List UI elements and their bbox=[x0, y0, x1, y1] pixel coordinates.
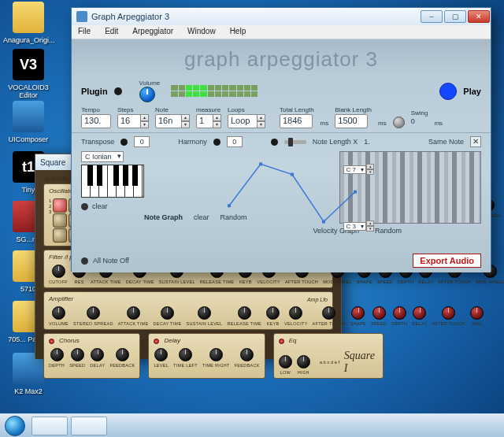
desktop-icon-vocaloid[interactable]: V3VOCALOID3 Editor bbox=[3, 49, 54, 99]
knob[interactable]: DELAY bbox=[412, 306, 427, 326]
ms-unit: ms bbox=[378, 120, 387, 128]
swing-value: 0 bbox=[411, 117, 428, 125]
knob[interactable]: HIGH bbox=[297, 355, 310, 375]
menu-file[interactable]: File bbox=[72, 25, 97, 39]
volume-label: Volume bbox=[139, 80, 161, 87]
chorus-panel: Chorus DEPTHSPEEDDELAYFEEDBACK bbox=[43, 333, 140, 379]
volume-knob[interactable] bbox=[139, 87, 155, 102]
graph-arpeggiator-window: Graph Arpeggiator 3 – ▢ ✕ File Edit Arpe… bbox=[71, 7, 491, 272]
maximize-button[interactable]: ▢ bbox=[444, 10, 466, 23]
knob[interactable]: SPEED bbox=[69, 348, 85, 368]
knob[interactable]: SPEED bbox=[371, 306, 387, 326]
lower-note-select[interactable]: C 3 bbox=[343, 222, 366, 231]
all-note-off-icon[interactable] bbox=[81, 257, 88, 265]
knob[interactable]: VELOCITY bbox=[284, 306, 308, 326]
note-length-slider[interactable] bbox=[284, 140, 306, 144]
svg-rect-3 bbox=[322, 220, 325, 223]
taskbar-item[interactable] bbox=[32, 417, 68, 435]
knob[interactable]: TIME LEFT bbox=[173, 348, 198, 368]
transpose-value[interactable]: 0 bbox=[134, 136, 150, 147]
scale-select[interactable]: C Ionian bbox=[81, 151, 124, 162]
knob[interactable]: KEYB bbox=[266, 306, 280, 326]
knob[interactable]: DEPTH bbox=[391, 306, 407, 326]
taskbar bbox=[0, 413, 504, 437]
knob[interactable]: DEPTH bbox=[49, 348, 65, 368]
plugin-indicator-icon[interactable] bbox=[114, 87, 122, 95]
knob[interactable]: AFTER TOUCH bbox=[432, 306, 465, 326]
same-note-close-button[interactable]: ✕ bbox=[470, 136, 481, 147]
swing-knob[interactable] bbox=[393, 117, 405, 128]
all-note-off-label[interactable]: All Note Off bbox=[93, 257, 129, 265]
clear-label[interactable]: clear bbox=[92, 202, 108, 210]
knob[interactable]: LEVEL bbox=[154, 348, 169, 368]
chorus-led-icon[interactable] bbox=[49, 339, 54, 344]
upper-note-stepper[interactable]: ▴▾ bbox=[366, 164, 374, 175]
note-select[interactable]: 16n bbox=[155, 114, 182, 128]
eq-panel: Eq LOWHIGH abcdef Square I bbox=[273, 333, 384, 379]
knob[interactable]: STEREO SPREAD bbox=[73, 306, 113, 326]
blank-length-label: Blank Length bbox=[335, 106, 372, 113]
svg-rect-4 bbox=[354, 191, 357, 194]
knob[interactable]: LOW bbox=[279, 355, 292, 375]
blank-length-input[interactable]: 1500 bbox=[335, 114, 368, 128]
lower-note-stepper[interactable]: ▴▾ bbox=[366, 220, 374, 231]
knob[interactable]: VOLUME bbox=[49, 306, 69, 326]
piano-keyboard[interactable] bbox=[81, 165, 144, 198]
knob[interactable]: DECAY TIME bbox=[153, 306, 181, 326]
menu-window[interactable]: Window bbox=[181, 25, 222, 39]
steps-stepper[interactable]: ▴▾ bbox=[140, 114, 149, 128]
play-button[interactable] bbox=[439, 83, 457, 100]
harmony-toggle-icon[interactable] bbox=[213, 139, 220, 146]
eq-led-icon[interactable] bbox=[279, 339, 284, 344]
chorus-label: Chorus bbox=[59, 337, 80, 344]
osc-slot[interactable] bbox=[53, 198, 67, 213]
app-icon bbox=[76, 11, 87, 22]
upper-note-select[interactable]: C 7 bbox=[343, 165, 366, 174]
knob[interactable]: PAN bbox=[470, 306, 484, 326]
harmony-value[interactable]: 0 bbox=[227, 136, 243, 147]
tempo-input[interactable]: 130. bbox=[81, 114, 111, 128]
velocity-random-button[interactable]: Random bbox=[375, 227, 402, 235]
knob[interactable]: TIME RIGHT bbox=[202, 348, 230, 368]
level-meter-r bbox=[171, 91, 258, 97]
knob[interactable]: FEEDBACK bbox=[235, 348, 260, 368]
note-length-toggle-icon[interactable] bbox=[271, 139, 278, 146]
note-stepper[interactable]: ▴▾ bbox=[181, 114, 190, 128]
loops-stepper[interactable]: ▴▾ bbox=[257, 114, 265, 128]
play-label: Play bbox=[463, 87, 481, 96]
svg-rect-2 bbox=[291, 173, 294, 176]
knob[interactable]: SHAPE bbox=[350, 306, 366, 326]
taskbar-item[interactable] bbox=[71, 417, 107, 435]
measure-input[interactable]: 1 bbox=[196, 114, 213, 128]
menu-arpeggiator[interactable]: Arpeggiator bbox=[126, 25, 180, 39]
synth-brand-small: abcdef bbox=[320, 360, 341, 365]
start-button[interactable] bbox=[5, 416, 25, 436]
osc-slot[interactable] bbox=[53, 213, 67, 228]
clear-indicator-icon[interactable] bbox=[81, 203, 88, 210]
transpose-toggle-icon[interactable] bbox=[120, 139, 128, 146]
delay-led-icon[interactable] bbox=[154, 339, 159, 344]
ga-titlebar[interactable]: Graph Arpeggiator 3 – ▢ ✕ bbox=[72, 8, 491, 25]
menu-edit[interactable]: Edit bbox=[98, 25, 124, 39]
measure-stepper[interactable]: ▴▾ bbox=[213, 114, 221, 128]
note-graph-canvas[interactable]: C 7 ▴▾ C 3 ▴▾ bbox=[221, 157, 371, 233]
knob[interactable]: AFTER TOUCH bbox=[313, 306, 346, 326]
knob[interactable]: ATTACK TIME bbox=[118, 306, 149, 326]
steps-input[interactable]: 16 bbox=[117, 114, 141, 128]
osc-slot[interactable] bbox=[53, 228, 67, 243]
knob[interactable]: FEEDBACK bbox=[109, 348, 135, 368]
desktop-icon-folder[interactable]: Anagura_Origi... bbox=[3, 2, 54, 44]
knob[interactable]: DELAY bbox=[90, 348, 105, 368]
filter-label: Filter /l p bbox=[49, 254, 73, 261]
close-button[interactable]: ✕ bbox=[468, 10, 490, 23]
loops-select[interactable]: Loop bbox=[228, 114, 258, 128]
minimize-button[interactable]: – bbox=[421, 10, 443, 23]
knob[interactable]: SUSTAIN LEVEL bbox=[186, 306, 222, 326]
note-graph-clear-button[interactable]: clear bbox=[194, 213, 209, 221]
menu-help[interactable]: Help bbox=[224, 25, 253, 39]
desktop-icon-uicomposer[interactable]: UIComposer bbox=[3, 101, 54, 143]
knob[interactable]: CUTOFF bbox=[49, 265, 68, 284]
export-audio-button[interactable]: Export Audio bbox=[413, 254, 481, 268]
knob[interactable]: RELEASE TIME bbox=[227, 306, 261, 326]
note-label: Note bbox=[155, 106, 190, 113]
